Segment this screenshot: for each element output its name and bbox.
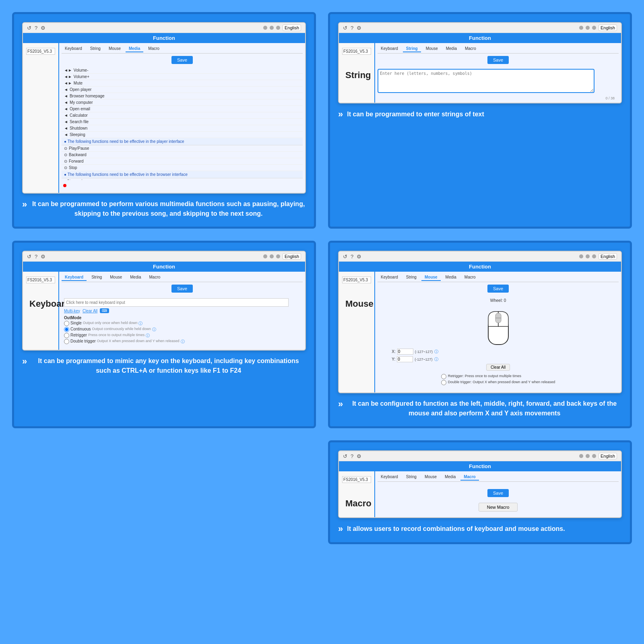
tab-keyboard[interactable]: Keyboard: [62, 45, 85, 52]
list-item[interactable]: ◄Calculator: [62, 112, 303, 119]
close-btn[interactable]: [276, 26, 280, 30]
maximize-btn[interactable]: [270, 254, 274, 258]
save-button[interactable]: Save: [171, 285, 193, 293]
list-item[interactable]: ◄►Volume-: [62, 67, 303, 74]
refresh-icon[interactable]: ↺: [27, 25, 31, 31]
tab-media[interactable]: Media: [126, 45, 143, 52]
list-item[interactable]: ⊙Forward: [62, 158, 303, 165]
help-icon[interactable]: ?: [351, 25, 353, 31]
save-button[interactable]: Save: [171, 56, 193, 64]
device-selector[interactable]: FS2016_V5.3: [26, 277, 55, 283]
keyboard-input[interactable]: [64, 298, 289, 307]
tab-string[interactable]: String: [403, 274, 420, 281]
clear-all-btn[interactable]: Clear All: [83, 309, 97, 313]
list-item[interactable]: ◄►Volume+: [62, 74, 303, 80]
maximize-btn[interactable]: [270, 26, 274, 30]
device-selector[interactable]: FS2016_V5.3: [342, 476, 371, 483]
double-trigger-radio[interactable]: [441, 380, 446, 385]
help-icon[interactable]: ?: [35, 25, 37, 31]
close-btn[interactable]: [592, 454, 596, 458]
refresh-icon[interactable]: ↺: [27, 254, 31, 260]
settings-icon[interactable]: ⚙: [357, 25, 361, 31]
minimize-btn[interactable]: [263, 26, 267, 30]
settings-icon[interactable]: ⚙: [357, 254, 361, 260]
list-item[interactable]: ◄My computer: [62, 99, 303, 106]
device-selector[interactable]: FS2016_V5.3: [342, 277, 371, 283]
minimize-btn[interactable]: [579, 254, 583, 258]
close-btn[interactable]: [592, 254, 596, 258]
list-item[interactable]: ◄Sleeping: [62, 132, 303, 138]
tab-mouse[interactable]: Mouse: [105, 45, 124, 52]
list-item[interactable]: ⊙Backward: [62, 152, 303, 158]
tab-keyboard[interactable]: Keyboard: [378, 274, 401, 281]
list-item[interactable]: ⊙Stop: [62, 165, 303, 171]
tab-macro[interactable]: Macro: [460, 474, 479, 481]
help-icon[interactable]: ?: [351, 254, 353, 260]
outmode-retrigger-radio[interactable]: [64, 333, 69, 338]
settings-icon[interactable]: ⚙: [41, 254, 45, 260]
help-icon[interactable]: ?: [351, 453, 353, 459]
x-input[interactable]: [397, 349, 413, 355]
multi-key-btn[interactable]: Multi-key: [64, 309, 80, 313]
tab-macro[interactable]: Macro: [146, 274, 164, 281]
language-selector[interactable]: English: [283, 253, 301, 260]
list-item[interactable]: ◄Browser homepage: [62, 93, 303, 99]
settings-icon[interactable]: ⚙: [41, 25, 45, 31]
tab-macro[interactable]: Macro: [461, 274, 479, 281]
tab-media[interactable]: Media: [442, 274, 460, 281]
tab-mouse[interactable]: Mouse: [421, 274, 441, 281]
tab-mouse[interactable]: Mouse: [421, 474, 440, 481]
list-item[interactable]: ⊙Play/Pause: [62, 145, 303, 152]
device-selector[interactable]: FS2016_V5.3: [26, 48, 55, 55]
help-icon[interactable]: ?: [35, 254, 37, 260]
tab-string[interactable]: String: [403, 45, 421, 52]
list-item[interactable]: ◄Open email: [62, 106, 303, 112]
list-item[interactable]: ◄Shutdown: [62, 125, 303, 132]
list-item[interactable]: ◄Search file: [62, 119, 303, 125]
maximize-btn[interactable]: [586, 254, 590, 258]
settings-icon[interactable]: ⚙: [357, 453, 361, 459]
save-button[interactable]: Save: [487, 285, 509, 293]
minimize-btn[interactable]: [579, 26, 583, 30]
tab-keyboard[interactable]: Keyboard: [378, 474, 401, 481]
tab-string[interactable]: String: [403, 474, 420, 481]
y-input[interactable]: [397, 356, 413, 362]
tab-keyboard[interactable]: Keyboard: [378, 45, 401, 52]
tab-string[interactable]: String: [87, 45, 104, 52]
tab-mouse[interactable]: Mouse: [423, 45, 441, 52]
list-item[interactable]: ◄►Mute: [62, 80, 303, 87]
new-macro-button[interactable]: New Macro: [479, 503, 518, 512]
tab-keyboard[interactable]: Keyboard: [62, 274, 87, 281]
retrigger-radio[interactable]: [441, 374, 446, 379]
kb-icon-button[interactable]: ⌨: [100, 308, 109, 313]
language-selector[interactable]: English: [599, 253, 617, 260]
minimize-btn[interactable]: [579, 454, 583, 458]
outmode-single-radio[interactable]: [64, 321, 69, 326]
tab-string[interactable]: String: [88, 274, 105, 281]
list-item[interactable]: ◄Open player: [62, 87, 303, 93]
tab-media[interactable]: Media: [442, 474, 459, 481]
language-selector[interactable]: English: [599, 453, 617, 459]
minimize-btn[interactable]: [263, 254, 267, 258]
tab-media[interactable]: Media: [127, 274, 144, 281]
string-input[interactable]: [378, 69, 594, 93]
outmode-double-radio[interactable]: [64, 339, 69, 344]
outmode-continuous-radio[interactable]: [64, 327, 69, 332]
maximize-btn[interactable]: [586, 26, 590, 30]
close-btn[interactable]: [592, 26, 596, 30]
language-selector[interactable]: English: [599, 25, 617, 31]
tab-mouse[interactable]: Mouse: [107, 274, 125, 281]
save-button[interactable]: Save: [487, 56, 509, 64]
tab-macro[interactable]: Macro: [462, 45, 479, 52]
language-selector[interactable]: English: [283, 25, 301, 31]
save-button[interactable]: Save: [487, 489, 509, 497]
close-btn[interactable]: [276, 254, 280, 258]
refresh-icon[interactable]: ↺: [343, 25, 347, 31]
tab-macro[interactable]: Macro: [145, 45, 163, 52]
tab-media[interactable]: Media: [443, 45, 460, 52]
maximize-btn[interactable]: [586, 454, 590, 458]
clear-all-button[interactable]: Clear All: [486, 364, 510, 371]
refresh-icon[interactable]: ↺: [343, 254, 347, 260]
device-selector[interactable]: FS2016_V5.3: [342, 48, 371, 55]
refresh-icon[interactable]: ↺: [343, 453, 347, 459]
